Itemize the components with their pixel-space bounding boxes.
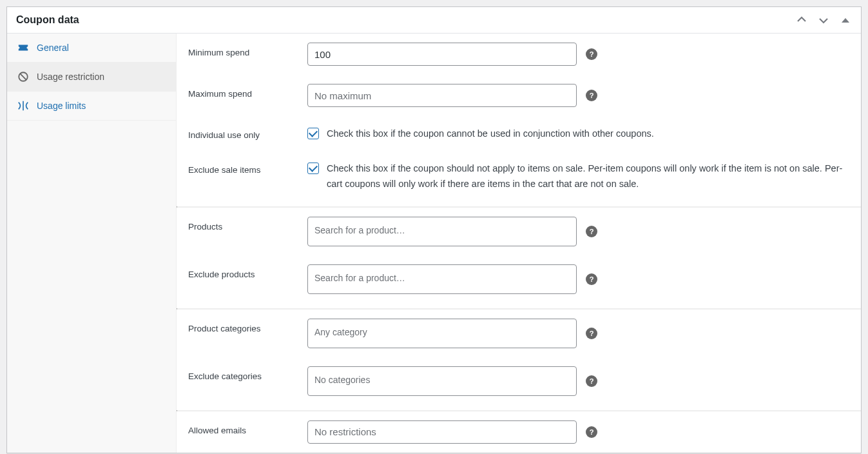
products-select[interactable]: Search for a product… [307,217,577,246]
help-icon[interactable]: ? [586,375,597,387]
exclude-categories-label: Exclude categories [188,366,307,381]
exclude-categories-row: Exclude categories No categories ? [177,357,861,410]
ticket-icon [17,42,29,54]
allowed-emails-label: Allowed emails [188,420,307,435]
panel-body: General Usage restriction Usage limits M… [7,34,861,453]
exclude-products-row: Exclude products Search for a product… ? [177,255,861,308]
exclude-categories-select[interactable]: No categories [307,366,577,396]
svg-line-1 [20,74,26,80]
minimum-spend-input[interactable] [307,43,577,66]
allowed-emails-row: Allowed emails ? [177,411,861,453]
products-row: Products Search for a product… ? [177,208,861,255]
toggle-panel-icon[interactable] [839,14,852,26]
move-up-icon[interactable] [795,14,808,26]
sidebar-item-usage-limits[interactable]: Usage limits [7,92,176,121]
allowed-emails-input[interactable] [307,420,577,444]
panel-title: Coupon data [16,14,79,26]
sidebar: General Usage restriction Usage limits [7,34,177,453]
converge-icon [17,100,29,112]
move-down-icon[interactable] [817,14,830,26]
help-icon[interactable]: ? [586,226,597,237]
maximum-spend-row: Maximum spend ? [177,75,861,116]
exclude-sale-description: Check this box if the coupon should not … [327,161,849,192]
help-icon[interactable]: ? [586,48,597,60]
products-label: Products [188,217,307,232]
exclude-products-select[interactable]: Search for a product… [307,264,577,294]
sidebar-item-label: General [37,43,69,53]
sidebar-item-label: Usage restriction [37,72,104,82]
no-icon [17,71,29,83]
content-area: Minimum spend ? Maximum spend ? Individu… [177,34,861,453]
maximum-spend-input[interactable] [307,84,577,107]
minimum-spend-row: Minimum spend ? [177,34,861,75]
exclude-sale-label: Exclude sale items [188,160,307,175]
coupon-data-panel: Coupon data General [6,6,862,453]
product-categories-label: Product categories [188,319,307,333]
exclude-products-label: Exclude products [188,264,307,279]
sidebar-item-label: Usage limits [37,101,86,111]
product-categories-row: Product categories Any category ? [177,310,861,357]
help-icon[interactable]: ? [586,273,597,285]
individual-use-row: Individual use only Check this box if th… [177,116,861,151]
sidebar-item-general[interactable]: General [7,34,176,63]
product-categories-select[interactable]: Any category [307,319,577,348]
panel-controls [795,14,852,26]
panel-header: Coupon data [7,7,861,34]
minimum-spend-label: Minimum spend [188,43,307,57]
sidebar-item-usage-restriction[interactable]: Usage restriction [7,63,176,92]
individual-use-description: Check this box if the coupon cannot be u… [327,126,654,142]
help-icon[interactable]: ? [586,328,597,339]
exclude-sale-row: Exclude sale items Check this box if the… [177,151,861,206]
help-icon[interactable]: ? [586,426,597,438]
maximum-spend-label: Maximum spend [188,84,307,99]
exclude-sale-checkbox[interactable] [307,163,319,174]
individual-use-label: Individual use only [188,125,307,140]
individual-use-checkbox[interactable] [307,128,319,139]
help-icon[interactable]: ? [586,90,597,101]
